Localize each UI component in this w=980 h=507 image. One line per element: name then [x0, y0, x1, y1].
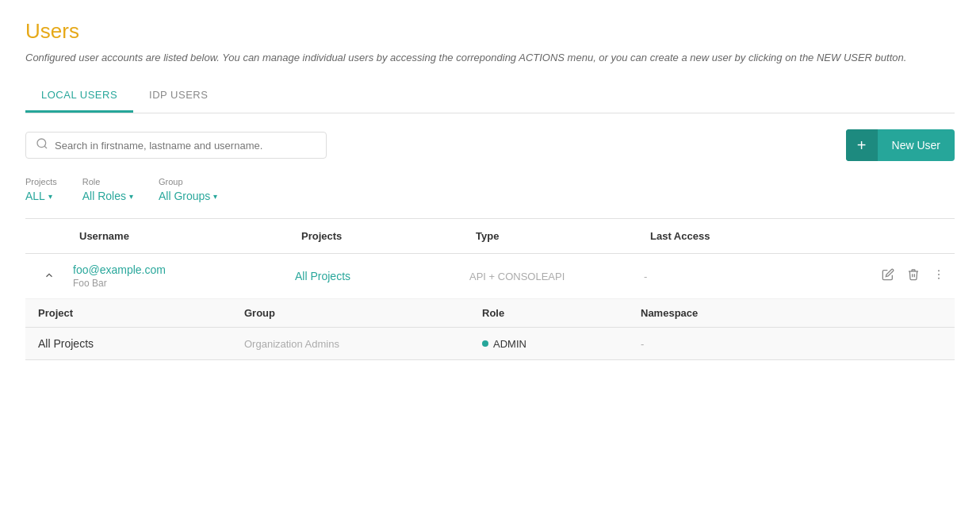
user-type-cell: API + CONSOLEAPI	[469, 271, 644, 282]
svg-point-3	[938, 274, 940, 275]
group-filter-label: Group	[159, 177, 217, 186]
sub-table-row: All Projects Organization Admins ADMIN -	[25, 328, 955, 359]
group-filter-arrow: ▾	[213, 192, 217, 201]
new-user-label: New User	[878, 131, 955, 159]
user-display-name: Foo Bar	[73, 278, 295, 289]
col-header-type: Type	[469, 227, 644, 245]
sub-col-namespace: Namespace	[641, 307, 942, 319]
user-actions-cell	[875, 268, 955, 284]
sub-row-namespace: -	[641, 338, 942, 350]
delete-icon[interactable]	[907, 268, 920, 284]
group-filter-dropdown[interactable]: All Groups ▾	[159, 190, 217, 202]
sub-col-project: Project	[38, 307, 244, 319]
user-last-access-cell: -	[644, 271, 875, 282]
search-input[interactable]	[55, 140, 316, 152]
sub-row-project: All Projects	[38, 337, 244, 350]
table-row: foo@example.com Foo Bar All Projects API…	[25, 254, 955, 299]
row-expand-cell[interactable]	[25, 270, 73, 283]
svg-point-4	[938, 278, 940, 279]
svg-point-0	[37, 139, 46, 148]
table-header-row: Username Projects Type Last Access	[25, 219, 955, 254]
filter-group: Group All Groups ▾	[159, 177, 217, 202]
role-filter-label: Role	[82, 177, 133, 186]
sub-row-role: ADMIN	[482, 338, 641, 350]
col-header-actions	[875, 227, 955, 245]
sub-table-header: Project Group Role Namespace	[25, 299, 955, 328]
expanded-section: Project Group Role Namespace All Project…	[25, 299, 955, 360]
user-email[interactable]: foo@example.com	[73, 263, 295, 276]
projects-filter-arrow: ▾	[48, 192, 52, 201]
sub-row-group: Organization Admins	[244, 338, 482, 350]
more-icon[interactable]	[932, 268, 945, 284]
projects-filter-label: Projects	[25, 177, 57, 186]
col-header-last-access: Last Access	[644, 227, 875, 245]
content-area: + New User Projects ALL ▾ Role All Roles…	[25, 113, 955, 360]
col-header-expand	[25, 227, 73, 245]
search-icon	[36, 137, 48, 153]
page-container: Users Configured user accounts are liste…	[0, 0, 980, 507]
tab-local-users[interactable]: LOCAL USERS	[25, 79, 133, 113]
chevron-up-icon[interactable]	[44, 270, 55, 283]
new-user-plus-icon: +	[846, 129, 878, 161]
role-dot-icon	[482, 340, 488, 347]
filter-projects: Projects ALL ▾	[25, 177, 57, 202]
filters-row: Projects ALL ▾ Role All Roles ▾ Group Al…	[25, 177, 955, 202]
role-filter-arrow: ▾	[129, 192, 133, 201]
col-header-projects: Projects	[295, 227, 469, 245]
projects-filter-value: ALL	[25, 190, 45, 202]
page-title: Users	[25, 19, 955, 44]
group-filter-value: All Groups	[159, 190, 210, 202]
sub-row-role-value: ADMIN	[493, 338, 526, 350]
role-filter-value: All Roles	[82, 190, 126, 202]
toolbar: + New User	[25, 129, 955, 161]
sub-col-role: Role	[482, 307, 641, 319]
role-filter-dropdown[interactable]: All Roles ▾	[82, 190, 133, 202]
page-description: Configured user accounts are listed belo…	[25, 52, 955, 63]
user-projects-cell: All Projects	[295, 270, 469, 282]
search-box	[25, 132, 327, 159]
svg-point-2	[938, 270, 940, 271]
tab-idp-users[interactable]: IDP USERS	[133, 79, 224, 113]
col-header-username: Username	[73, 227, 295, 245]
svg-line-1	[44, 146, 47, 148]
edit-icon[interactable]	[882, 268, 894, 284]
sub-col-group: Group	[244, 307, 482, 319]
users-table: Username Projects Type Last Access foo@e…	[25, 218, 955, 360]
tabs-container: LOCAL USERS IDP USERS	[25, 79, 955, 113]
new-user-button[interactable]: + New User	[846, 129, 955, 161]
user-info-cell: foo@example.com Foo Bar	[73, 263, 295, 289]
filter-role: Role All Roles ▾	[82, 177, 133, 202]
projects-filter-dropdown[interactable]: ALL ▾	[25, 190, 57, 202]
